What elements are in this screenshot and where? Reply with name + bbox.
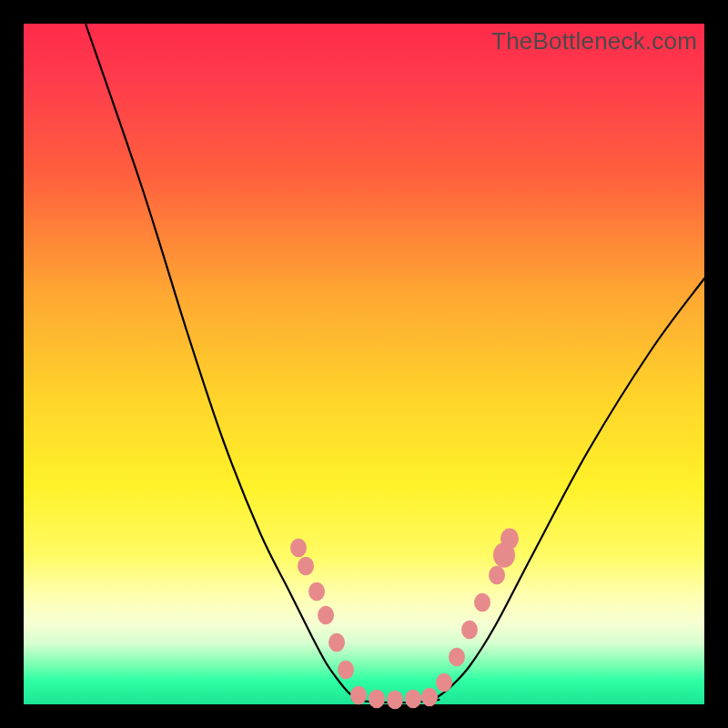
bead-marker xyxy=(350,686,367,705)
chart-frame: TheBottleneck.com xyxy=(0,0,728,728)
bead-marker xyxy=(436,673,452,693)
plot-area: TheBottleneck.com xyxy=(24,24,704,704)
bead-marker xyxy=(318,606,334,625)
bead-marker xyxy=(461,621,478,640)
bead-group xyxy=(290,529,519,710)
bead-marker xyxy=(290,539,307,558)
bead-marker xyxy=(329,633,345,652)
bead-marker xyxy=(405,690,421,709)
curve-svg xyxy=(24,24,704,704)
bead-marker xyxy=(500,529,519,550)
bead-marker xyxy=(421,688,438,707)
bead-marker xyxy=(449,648,465,667)
bead-marker xyxy=(474,593,490,612)
bead-marker xyxy=(338,661,354,680)
bottleneck-curve xyxy=(86,24,704,703)
bead-marker xyxy=(308,582,325,602)
bead-marker xyxy=(369,690,385,709)
bead-marker xyxy=(387,691,403,710)
bead-marker xyxy=(298,557,314,576)
bead-marker xyxy=(489,566,505,585)
